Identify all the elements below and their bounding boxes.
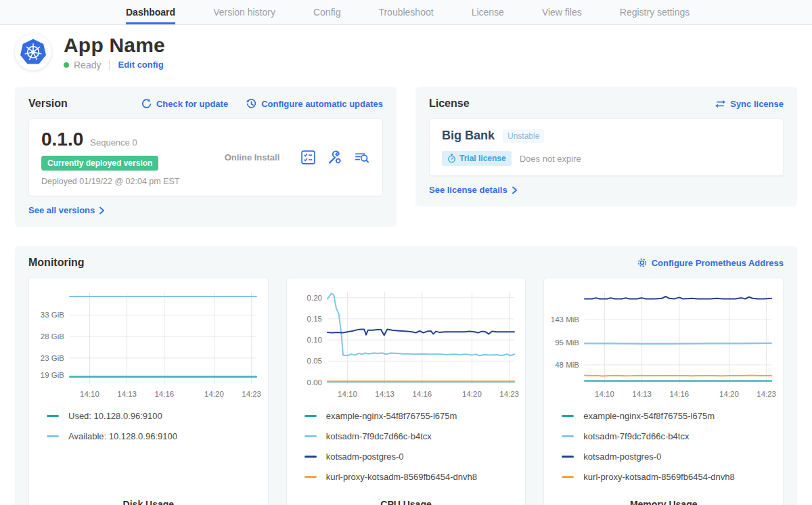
legend-item: kotsadm-postgres-0: [304, 452, 520, 462]
check-for-update-link[interactable]: Check for update: [141, 98, 228, 110]
tab-view-files[interactable]: View files: [542, 0, 582, 24]
tab-registry-settings[interactable]: Registry settings: [620, 0, 690, 24]
chart-title: CPU Usage: [292, 492, 520, 505]
wrench-gear-icon: [327, 150, 342, 165]
svg-text:14:16: 14:16: [670, 390, 690, 398]
legend-swatch: [47, 435, 59, 437]
legend-swatch: [304, 476, 317, 478]
page-title: App Name: [64, 35, 165, 56]
customer-name: Big Bank: [442, 129, 495, 143]
tab-version-history[interactable]: Version history: [213, 0, 275, 24]
cpu-usage-card: 0.000.050.100.150.2014:1014:1314:1614:20…: [286, 278, 526, 505]
legend-swatch: [562, 456, 574, 458]
svg-text:14:23: 14:23: [242, 390, 261, 398]
memory-usage-chart: 48 MiB95 MiB143 MiB14:1014:1314:1614:201…: [549, 285, 777, 401]
channel-badge: Unstable: [503, 129, 544, 143]
disk-usage-chart: 19 GiB23 GiB28 GiB33 GiB14:1014:1314:161…: [35, 285, 262, 401]
monitoring-section: Monitoring Configure Prometheus Address …: [15, 246, 797, 505]
svg-text:14:20: 14:20: [204, 390, 224, 398]
svg-text:19 GiB: 19 GiB: [41, 371, 64, 379]
see-all-versions-link[interactable]: See all versions: [28, 205, 105, 215]
edit-config-link[interactable]: Edit config: [118, 60, 163, 70]
deployed-badge: Currently deployed version: [41, 156, 158, 171]
gear-icon: [637, 257, 648, 268]
version-logs-button[interactable]: [353, 150, 370, 165]
ready-status-dot: [64, 62, 69, 68]
license-heading: License: [429, 97, 470, 110]
trial-license-badge: Trial license: [442, 151, 512, 166]
version-number: 0.1.0: [41, 129, 83, 150]
current-version-box: 0.1.0 Sequence 0 Currently deployed vers…: [28, 118, 383, 196]
legend-swatch: [304, 456, 317, 458]
configure-automatic-updates-link[interactable]: Configure automatic updates: [246, 98, 383, 110]
legend-item: kotsadm-7f9dc7d66c-b4tcx: [304, 431, 520, 441]
deployed-timestamp: Deployed 01/19/22 @ 02:04 pm EST: [41, 177, 204, 186]
legend-label: example-nginx-54f8f76755-l675m: [583, 411, 715, 421]
legend-label: kotsadm-7f9dc7d66c-b4tcx: [583, 431, 689, 441]
tab-dashboard[interactable]: Dashboard: [126, 0, 175, 24]
svg-text:143 MiB: 143 MiB: [551, 315, 580, 324]
svg-text:95 MiB: 95 MiB: [556, 338, 580, 347]
svg-text:0.05: 0.05: [307, 357, 321, 365]
legend-label: example-nginx-54f8f76755-l675m: [326, 411, 457, 421]
legend-label: kotsadm-postgres-0: [326, 452, 404, 462]
chevron-right-icon: [512, 186, 518, 194]
install-type-label: Online Install: [204, 152, 300, 162]
svg-text:48 MiB: 48 MiB: [556, 361, 580, 369]
version-config-button[interactable]: [327, 150, 342, 165]
legend-swatch: [562, 415, 574, 417]
legend-swatch: [47, 415, 59, 417]
legend-swatch: [304, 415, 317, 417]
refresh-icon: [141, 98, 152, 110]
legend-label: Used: 10.128.0.96:9100: [68, 411, 162, 421]
lines-magnifier-icon: [353, 150, 370, 165]
svg-text:0.15: 0.15: [307, 315, 321, 323]
svg-text:14:16: 14:16: [154, 390, 174, 398]
sequence-label: Sequence 0: [90, 137, 137, 148]
legend-item: kurl-proxy-kotsadm-8569fb6454-dnvh8: [304, 472, 520, 482]
license-expiry: Does not expire: [520, 154, 581, 164]
license-card: License Sync license Big Bank Unstable: [415, 87, 797, 206]
legend-swatch: [562, 435, 574, 437]
checklist-icon: [300, 150, 316, 165]
memory-usage-card: 48 MiB95 MiB143 MiB14:1014:1314:1614:201…: [543, 278, 784, 505]
configure-prometheus-link[interactable]: Configure Prometheus Address: [637, 257, 784, 268]
tab-license[interactable]: License: [472, 0, 504, 24]
legend-item: example-nginx-54f8f76755-l675m: [562, 411, 777, 421]
sync-arrows-icon: [715, 99, 726, 109]
legend-item: Available: 10.128.0.96:9100: [47, 431, 263, 441]
svg-text:14:23: 14:23: [757, 390, 777, 398]
nav-tabs: DashboardVersion historyConfigTroublesho…: [126, 0, 690, 24]
legend-swatch: [562, 476, 574, 478]
legend-swatch: [304, 435, 317, 437]
legend-item: kotsadm-postgres-0: [562, 452, 777, 462]
tab-troubleshoot[interactable]: Troubleshoot: [378, 0, 433, 24]
svg-text:23 GiB: 23 GiB: [41, 354, 64, 362]
sync-license-link[interactable]: Sync license: [715, 99, 784, 109]
chart-title: Memory Usage: [549, 492, 777, 505]
app-header: App Name Ready Edit config: [15, 34, 797, 70]
svg-text:0.10: 0.10: [307, 336, 321, 344]
see-license-details-link[interactable]: See license details: [429, 185, 518, 195]
svg-text:14:10: 14:10: [595, 390, 614, 398]
legend-label: kurl-proxy-kotsadm-8569fb6454-dnvh8: [583, 472, 734, 482]
cpu-usage-legend: example-nginx-54f8f76755-l675mkotsadm-7f…: [304, 411, 520, 492]
ready-status-text: Ready: [74, 60, 101, 70]
svg-text:14:10: 14:10: [80, 390, 99, 398]
legend-label: kotsadm-postgres-0: [583, 452, 661, 462]
legend-item: kotsadm-7f9dc7d66c-b4tcx: [562, 431, 777, 441]
tab-config[interactable]: Config: [313, 0, 340, 24]
svg-text:14:20: 14:20: [719, 390, 739, 398]
svg-text:28 GiB: 28 GiB: [41, 332, 64, 341]
divider: [109, 60, 110, 70]
kubernetes-icon: [18, 37, 48, 67]
chart-title: Disk Usage: [35, 492, 263, 505]
legend-item: Used: 10.128.0.96:9100: [47, 411, 263, 421]
svg-text:33 GiB: 33 GiB: [41, 311, 64, 319]
stopwatch-icon: [447, 154, 456, 163]
svg-text:14:16: 14:16: [412, 390, 432, 398]
schedule-icon: [246, 98, 257, 110]
top-nav: DashboardVersion historyConfigTroublesho…: [0, 0, 812, 25]
disk-usage-card: 19 GiB23 GiB28 GiB33 GiB14:1014:1314:161…: [28, 278, 269, 505]
version-diff-button[interactable]: [300, 150, 316, 165]
